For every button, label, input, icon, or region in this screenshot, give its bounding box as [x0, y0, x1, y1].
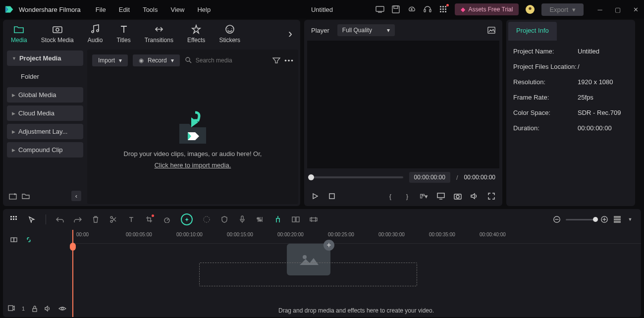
volume-icon[interactable] [471, 192, 479, 200]
menu-help[interactable]: Help [197, 6, 211, 13]
search-input[interactable] [196, 57, 268, 64]
info-value: / [578, 63, 580, 70]
tab-audio[interactable]: Audio [88, 24, 103, 44]
export-button[interactable]: Export ▾ [541, 3, 584, 16]
stop-icon[interactable] [328, 192, 336, 200]
sidebar-folder[interactable]: Folder [7, 69, 83, 84]
maximize-icon[interactable]: ▢ [613, 5, 622, 14]
menu-edit[interactable]: Edit [119, 6, 130, 13]
quality-select[interactable]: Full Quality▾ [337, 24, 395, 36]
title-bar: Wondershare Filmora File Edit Tools View… [0, 0, 644, 19]
mic-icon[interactable] [238, 215, 246, 223]
import-button[interactable]: Import▾ [92, 54, 128, 66]
marker-icon[interactable] [274, 215, 282, 223]
sidebar-compound-clip[interactable]: ▶Compound Clip [7, 142, 83, 158]
tab-project-info[interactable]: Project Info [508, 22, 557, 41]
display-icon[interactable] [437, 192, 445, 200]
keyframe-icon[interactable] [292, 215, 300, 223]
zoom-in-icon[interactable] [600, 215, 608, 223]
drop-folder-icon [170, 106, 215, 146]
support-icon[interactable] [423, 5, 432, 14]
tab-titles[interactable]: Titles [116, 24, 130, 44]
crop-icon[interactable] [145, 215, 153, 223]
track-lock-icon[interactable] [32, 305, 38, 313]
svg-rect-57 [11, 238, 14, 242]
tab-media[interactable]: Media [11, 24, 27, 44]
sidebar-project-media[interactable]: ▼Project Media [7, 51, 83, 66]
render-icon[interactable] [310, 215, 318, 223]
folder-small-icon[interactable] [22, 192, 30, 200]
add-media-icon[interactable]: + [323, 240, 334, 251]
sidebar-adjustment-layer[interactable]: ▶Adjustment Lay... [7, 124, 83, 139]
svg-point-18 [56, 28, 59, 31]
redo-icon[interactable] [74, 215, 82, 223]
menu-tools[interactable]: Tools [143, 6, 158, 13]
shield-icon[interactable] [220, 215, 228, 223]
track-mute-icon[interactable] [45, 305, 52, 313]
minimize-icon[interactable]: ─ [595, 5, 604, 14]
info-label: Project Name: [513, 48, 578, 55]
player-viewport[interactable] [307, 41, 499, 168]
grid-icon[interactable] [10, 215, 18, 223]
svg-rect-47 [296, 217, 299, 222]
chain-icon[interactable] [25, 236, 33, 244]
tab-stickers[interactable]: Stickers [219, 24, 240, 44]
zoom-out-icon[interactable] [553, 215, 561, 223]
audio-mixer-icon[interactable] [256, 215, 264, 223]
playhead[interactable] [72, 230, 73, 317]
text-tool-icon[interactable] [127, 215, 135, 223]
import-link[interactable]: Click here to import media. [155, 161, 231, 169]
camera-small-icon[interactable] [454, 192, 462, 200]
undo-icon[interactable] [56, 215, 64, 223]
svg-rect-29 [437, 193, 444, 198]
more-icon[interactable]: ••• [285, 56, 293, 64]
chevron-down-icon[interactable]: ▼ [626, 215, 634, 223]
track-drop-target[interactable] [199, 263, 417, 286]
ai-icon[interactable]: ✦ [181, 213, 193, 225]
zoom-fit-icon[interactable] [613, 215, 621, 223]
svg-rect-33 [10, 216, 12, 217]
link-clips-icon[interactable] [10, 236, 18, 244]
split-icon[interactable] [109, 215, 117, 223]
device-icon[interactable] [376, 5, 384, 14]
delete-icon[interactable] [92, 215, 100, 223]
seek-slider[interactable] [311, 176, 403, 178]
media-drop-zone[interactable]: Drop your video clips, images, or audio … [87, 71, 298, 204]
svg-rect-22 [9, 194, 16, 199]
save-icon[interactable] [391, 5, 400, 14]
close-icon[interactable]: ✕ [631, 5, 640, 14]
collapse-sidebar-icon[interactable]: ‹ [71, 191, 81, 201]
timeline-left-gutter: 1 [3, 230, 71, 317]
menu-view[interactable]: View [170, 6, 184, 13]
more-categories-icon[interactable]: › [288, 27, 292, 41]
record-button[interactable]: ◉Record▾ [133, 54, 180, 66]
snapshot-icon[interactable] [487, 26, 495, 34]
tab-transitions[interactable]: Transitions [145, 24, 173, 44]
layout-icon[interactable]: ▾ [420, 192, 428, 200]
avatar-icon[interactable] [526, 5, 535, 14]
apps-icon[interactable] [439, 5, 448, 14]
timeline-tracks[interactable]: 00:00 00:00:05:00 00:00:10:00 00:00:15:0… [71, 230, 641, 317]
video-track-icon[interactable] [8, 305, 15, 312]
zoom-slider[interactable] [566, 219, 595, 220]
sidebar-cloud-media[interactable]: ▶Cloud Media [7, 106, 83, 121]
tab-stock-media[interactable]: Stock Media [41, 24, 74, 44]
speed-icon[interactable] [163, 215, 171, 223]
cloud-sync-icon[interactable] [407, 5, 416, 14]
new-bin-icon[interactable] [9, 192, 17, 200]
mark-in-icon[interactable]: { [386, 192, 394, 200]
assets-free-trial-button[interactable]: ◆ Assets Free Trial [455, 3, 519, 15]
play-icon[interactable] [311, 192, 319, 200]
timeline-ruler[interactable]: 00:00 00:00:05:00 00:00:10:00 00:00:15:0… [71, 230, 641, 244]
tab-effects[interactable]: Effects [187, 24, 205, 44]
filter-icon[interactable] [272, 56, 280, 64]
color-icon[interactable] [203, 215, 211, 223]
sidebar-global-media[interactable]: ▶Global Media [7, 87, 83, 103]
track-visibility-icon[interactable] [58, 305, 66, 313]
fullscreen-icon[interactable] [487, 192, 495, 200]
export-label: Export [549, 6, 568, 13]
menu-file[interactable]: File [96, 6, 106, 13]
mark-out-icon[interactable]: } [403, 192, 411, 200]
svg-rect-13 [442, 11, 444, 12]
select-icon[interactable] [28, 215, 36, 223]
